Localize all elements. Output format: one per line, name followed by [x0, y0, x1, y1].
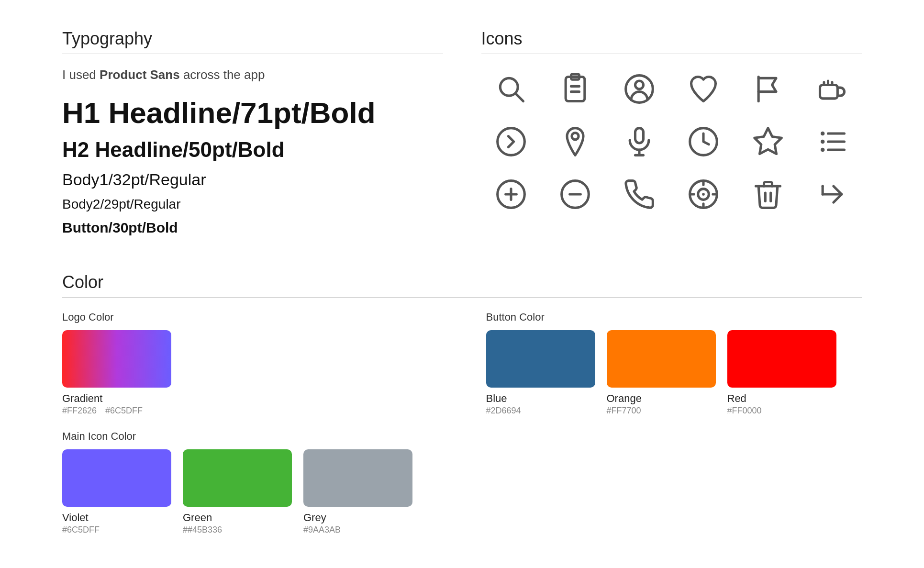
person-circle-icon [610, 67, 669, 111]
svg-point-12 [497, 128, 524, 156]
trash-icon [738, 173, 798, 216]
color-section-inner: Logo Color Gradient #FF2626 #6C5DFF [62, 311, 862, 535]
main-icon-color-group: Main Icon Color Violet #6C5DFF Green ##4… [62, 430, 438, 535]
typography-divider [62, 54, 443, 54]
red-name: Red [727, 392, 746, 405]
grey-name: Grey [303, 512, 326, 524]
main-icon-label: Main Icon Color [62, 430, 438, 443]
svg-rect-14 [635, 128, 644, 143]
target-icon [674, 173, 733, 216]
gradient-hex2: #6C5DFF [105, 406, 143, 416]
gradient-swatch [62, 330, 171, 388]
red-swatch-wrap: Red #FF0000 [727, 330, 836, 416]
heart-icon [674, 67, 733, 111]
typo-h1-sample: H1 Headline/71pt/Bold [62, 97, 443, 129]
blue-hex: #2D6694 [486, 406, 521, 416]
typography-title: Typography [62, 29, 443, 49]
icons-title: Icons [481, 29, 862, 49]
svg-line-1 [516, 94, 523, 101]
typography-subtitle: I used Product Sans across the app [62, 67, 443, 82]
typo-body2-sample: Body2/29pt/Regular [62, 197, 443, 212]
gradient-hex-pair: #FF2626 #6C5DFF [62, 406, 143, 416]
typo-h2-sample: H2 Headline/50pt/Bold [62, 138, 443, 162]
svg-point-36 [702, 193, 705, 196]
typo-button-sample: Button/30pt/Bold [62, 220, 443, 236]
violet-swatch-wrap: Violet #6C5DFF [62, 449, 171, 535]
green-swatch [183, 449, 292, 507]
color-section: Color Logo Color Gradient #FF2626 #6C5DF… [62, 272, 862, 535]
button-color-group: Button Color Blue #2D6694 Orange #FF7700 [486, 311, 862, 416]
icons-divider [481, 54, 862, 54]
svg-marker-18 [754, 128, 781, 154]
typography-section: Typography I used Product Sans across th… [62, 29, 443, 244]
button-color-label: Button Color [486, 311, 862, 323]
coffee-icon [802, 67, 862, 111]
logo-color-swatches: Gradient #FF2626 #6C5DFF [62, 330, 438, 416]
location-pin-icon [545, 120, 605, 163]
svg-rect-8 [820, 85, 837, 99]
phone-icon [610, 173, 669, 216]
search-icon [481, 67, 541, 111]
green-hex: ##45B336 [183, 525, 222, 535]
plus-circle-icon [481, 173, 541, 216]
grey-hex: #9AA3AB [303, 525, 341, 535]
logo-color-label: Logo Color [62, 311, 438, 323]
left-color-groups: Logo Color Gradient #FF2626 #6C5DFF [62, 311, 438, 535]
logo-color-group: Logo Color Gradient #FF2626 #6C5DFF [62, 311, 438, 416]
subtitle-plain: I used [62, 67, 100, 82]
green-swatch-wrap: Green ##45B336 [183, 449, 292, 535]
gradient-hex1: #FF2626 [62, 406, 97, 416]
orange-swatch-wrap: Orange #FF7700 [607, 330, 716, 416]
violet-name: Violet [62, 512, 89, 524]
typo-body1-sample: Body1/32pt/Regular [62, 170, 443, 189]
chevron-right-icon [481, 120, 541, 163]
microphone-icon [610, 120, 669, 163]
clipboard-icon [545, 67, 605, 111]
red-swatch [727, 330, 836, 388]
clock-icon [674, 120, 733, 163]
gradient-swatch-wrap: Gradient #FF2626 #6C5DFF [62, 330, 171, 416]
color-title: Color [62, 272, 862, 292]
green-name: Green [183, 512, 212, 524]
minus-circle-icon [545, 173, 605, 216]
blue-name: Blue [486, 392, 507, 405]
flag-icon [738, 67, 798, 111]
svg-point-13 [572, 133, 579, 140]
icons-section: Icons [481, 29, 862, 244]
right-color-groups: Button Color Blue #2D6694 Orange #FF7700 [486, 311, 862, 535]
button-color-swatches: Blue #2D6694 Orange #FF7700 Red #FF0000 [486, 330, 862, 416]
subtitle-rest: across the app [180, 67, 265, 82]
main-icon-swatches: Violet #6C5DFF Green ##45B336 Grey #9AA3… [62, 449, 438, 535]
gradient-name: Gradient [62, 392, 102, 405]
subtitle-bold: Product Sans [100, 67, 180, 82]
svg-point-22 [821, 132, 825, 136]
star-icon [738, 120, 798, 163]
orange-swatch [607, 330, 716, 388]
blue-swatch [486, 330, 595, 388]
violet-swatch [62, 449, 171, 507]
orange-hex: #FF7700 [607, 406, 641, 416]
violet-hex: #6C5DFF [62, 525, 100, 535]
grey-swatch-wrap: Grey #9AA3AB [303, 449, 412, 535]
svg-point-7 [635, 81, 644, 89]
arrow-right-icon [802, 173, 862, 216]
list-bullet-icon [802, 120, 862, 163]
grey-swatch [303, 449, 412, 507]
icons-grid [481, 67, 862, 216]
orange-name: Orange [607, 392, 642, 405]
red-hex: #FF0000 [727, 406, 762, 416]
svg-point-24 [821, 148, 825, 152]
blue-swatch-wrap: Blue #2D6694 [486, 330, 595, 416]
color-divider [62, 297, 862, 298]
svg-point-23 [821, 140, 825, 144]
